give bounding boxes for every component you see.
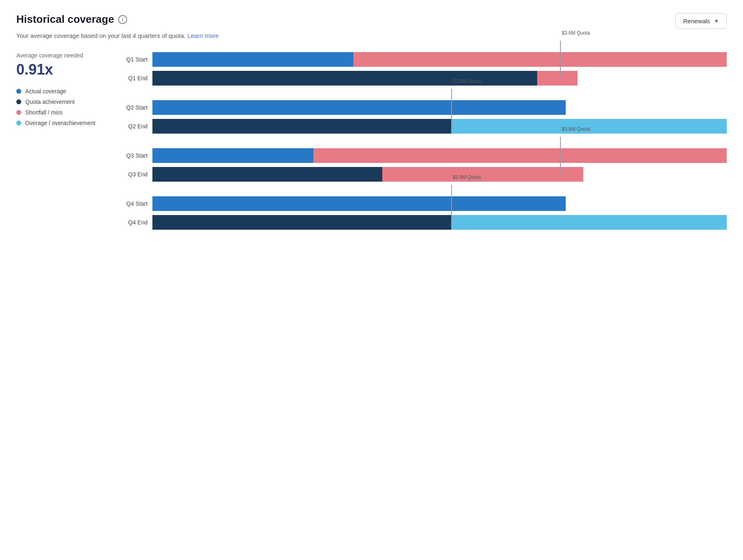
bar-row-q1-1: Q1 End [118,71,727,86]
bar-q2-1 [152,119,727,134]
renewals-dropdown[interactable]: Renewals ▼ [675,13,727,29]
dropdown-label: Renewals [683,18,710,24]
bar-row-q2-1: Q2 End [118,119,727,134]
quota-line-q1: $3.8M Quota [560,41,561,78]
chevron-down-icon: ▼ [714,18,719,24]
bar-q3-1 [152,167,727,182]
bar-segment-actual [152,196,566,211]
bar-segment-overage [451,215,727,230]
quarter-group-q1: Q1 Start$3.8M QuotaQ1 End [118,52,727,86]
legend-item-quota: Quota achievement [16,99,102,105]
bar-container-q1-0: $3.8M Quota [152,52,727,67]
chart-area: Q1 Start$3.8M QuotaQ1 EndQ2 Start$2.8M Q… [118,52,727,230]
legend-item-overage: Overage / overachievement [16,120,102,126]
content-area: Average coverage needed 0.91x Actual cov… [16,52,727,230]
bar-container-q2-0: $2.8M Quota [152,100,727,115]
bar-segment-quota [152,215,451,230]
bar-row-q4-1: Q4 End [118,215,727,230]
bar-row-q4-0: Q4 Start$2.8M Quota [118,196,727,211]
bar-q4-0 [152,196,727,211]
quota-line-q3: $3.8M Quota [560,137,561,174]
quota-label-q2: $2.8M Quota [453,78,481,84]
quota-line-q2: $2.8M Quota [451,89,452,126]
bar-row-q3-0: Q3 Start$3.8M Quota [118,148,727,163]
quota-label-q3: $3.8M Quota [562,126,590,132]
bar-row-q3-1: Q3 End [118,167,727,182]
legend-item-actual: Actual coverage [16,88,102,94]
bar-segment-actual [152,100,566,115]
bar-q1-1 [152,71,727,86]
quarter-group-q2: Q2 Start$2.8M QuotaQ2 End [118,100,727,134]
bar-container-q4-0: $2.8M Quota [152,196,727,211]
quota-label-q1: $3.8M Quota [562,30,590,36]
bar-label-q4-1: Q4 End [118,219,148,226]
legend-label-quota: Quota achievement [25,99,75,105]
bar-container-q4-1 [152,215,727,230]
quarter-group-q3: Q3 Start$3.8M QuotaQ3 End [118,148,727,182]
bar-label-q2-0: Q2 Start [118,104,148,111]
bar-row-q2-0: Q2 Start$2.8M Quota [118,100,727,115]
bar-segment-actual [152,148,313,163]
legend-item-shortfall: Shortfall / miss [16,109,102,116]
bar-segment-shortfall [313,148,727,163]
left-panel: Average coverage needed 0.91x Actual cov… [16,52,102,230]
title-area: Historical coverage i [16,13,127,26]
bar-row-q1-0: Q1 Start$3.8M Quota [118,52,727,67]
avg-coverage-value: 0.91x [16,61,102,78]
bar-q3-0 [152,148,727,163]
legend: Actual coverageQuota achievementShortfal… [16,88,102,126]
header: Historical coverage i Renewals ▼ [16,13,727,29]
subtitle: Your average coverage based on your last… [16,32,727,39]
bar-q1-0 [152,52,727,67]
bar-label-q1-1: Q1 End [118,75,148,81]
bar-q2-0 [152,100,727,115]
legend-dot-quota [16,99,21,104]
bar-container-q2-1 [152,119,727,134]
learn-more-link[interactable]: Learn more [187,32,219,39]
info-icon[interactable]: i [118,15,127,24]
bar-label-q2-1: Q2 End [118,123,148,130]
bar-label-q1-0: Q1 Start [118,56,148,63]
bar-segment-quota [152,119,451,134]
bar-segment-shortfall [353,52,727,67]
page-title: Historical coverage [16,13,114,26]
legend-dot-overage [16,121,21,125]
quota-label-q4: $2.8M Quota [453,174,481,180]
legend-label-shortfall: Shortfall / miss [25,109,63,116]
bar-label-q3-1: Q3 End [118,171,148,178]
bar-container-q3-0: $3.8M Quota [152,148,727,163]
avg-coverage-label: Average coverage needed [16,52,102,59]
bar-segment-actual [152,52,353,67]
quarter-group-q4: Q4 Start$2.8M QuotaQ4 End [118,196,727,230]
legend-dot-shortfall [16,110,21,115]
bar-q4-1 [152,215,727,230]
bar-segment-shortfall [537,71,578,86]
bar-segment-shortfall [382,167,583,182]
bar-container-q1-1 [152,71,727,86]
bar-container-q3-1 [152,167,727,182]
legend-dot-actual [16,89,21,94]
bar-label-q4-0: Q4 Start [118,200,148,207]
quota-line-q4: $2.8M Quota [451,185,452,222]
legend-label-overage: Overage / overachievement [25,120,95,126]
bar-segment-quota [152,167,382,182]
bar-label-q3-0: Q3 Start [118,152,148,159]
legend-label-actual: Actual coverage [25,88,66,94]
